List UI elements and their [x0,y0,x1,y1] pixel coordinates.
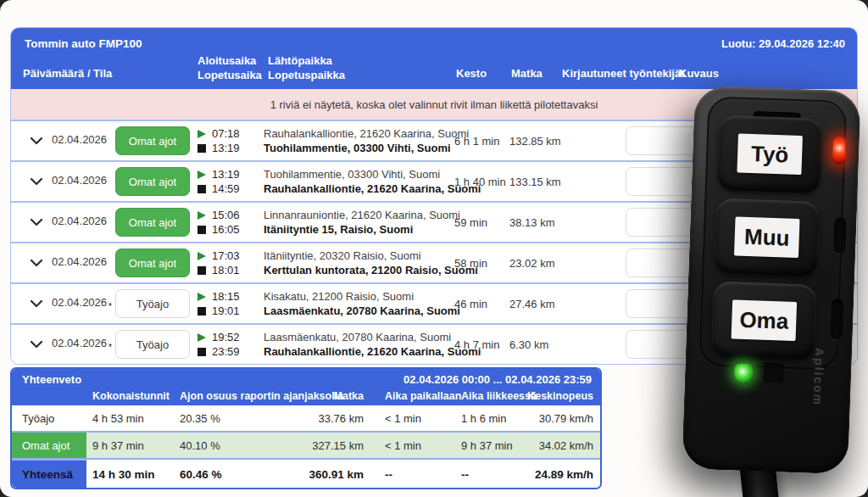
trip-duration: 59 min [454,216,487,229]
trip-start-icon [198,170,206,179]
column-header-date: Päivämäärä / Tila [23,67,112,80]
summary-row-label: Työajo [12,405,86,431]
trip-end-place: Tuohilammentie, 03300 Vihti, Suomi [264,141,469,155]
summary-avg-speed: 34.02 km/h [517,439,593,452]
trip-times: 17:03 18:01 [198,248,240,277]
summary-total-hours: 9 h 37 min [92,439,144,452]
trip-start-time: 17:03 [212,248,240,263]
expand-chevron-icon[interactable] [30,299,43,308]
trip-times: 13:19 14:59 [198,167,240,196]
date-footnote-mark: * [108,343,112,352]
trip-start-place: Laasmäenkatu, 20780 Kaarina, Suomi [264,330,481,344]
trip-end-time: 18:01 [212,263,240,277]
trip-date: 02.04.2026 [52,174,108,189]
expand-chevron-icon[interactable] [30,137,43,145]
column-header-places: Lähtöpaikka Lopetuspaikka [268,53,345,82]
trip-status-button[interactable]: Omat ajot [115,167,190,196]
summary-column-total-hours: Kokonaistunnit [92,390,170,402]
summary-rows: Työajo 4 h 53 min 20.35 % 33.76 km < 1 m… [12,405,600,488]
trip-date: 02.04.2026 [52,255,108,271]
summary-drive-share: 60.46 % [180,467,222,480]
summary-card: Yhteenveto 02.04.2026 00:00 ... 02.04.20… [10,367,602,489]
trip-report-header: Tommin auto FMP100 Luotu: 29.04.2026 12:… [11,28,857,89]
trip-start-place: Kisakatu, 21200 Raisio, Suomi [264,289,460,304]
device-sensor-window [764,363,784,383]
trip-duration: 4 h 7 min [454,338,499,351]
trip-status-button[interactable]: Työajo [115,330,190,359]
trip-start-place: Tuohilammentie, 03300 Vihti, Suomi [264,167,481,181]
summary-column-idle-time: Aika paikallaan [385,390,461,402]
device-button-other-label: Muu [734,216,800,258]
trip-start-icon [198,130,206,138]
device-button-work: Työ [717,115,823,193]
trip-distance: 133.15 km [509,176,561,188]
column-header-times: Aloitusaika Lopetusaika [198,53,262,82]
column-header-description: Kuvaus [679,67,719,80]
trip-status-button[interactable]: Työajo [115,289,190,318]
screenshot-canvas: Tommin auto FMP100 Luotu: 29.04.2026 12:… [0,0,868,497]
trip-status-button[interactable]: Omat ajot [115,208,190,237]
trip-stop-icon [198,307,206,316]
trip-end-time: 13:19 [212,141,240,155]
summary-idle-time: < 1 min [385,439,421,452]
trip-places: Rauhalankalliontie, 21620 Kaarina, Suomi… [264,126,469,155]
trip-duration: 6 h 1 min [454,135,499,148]
report-title: Tommin auto FMP100 [25,37,142,50]
summary-avg-speed: 30.79 km/h [517,412,593,425]
summary-date-range: 02.04.2026 00:00 ... 02.04.2026 23:59 [403,373,592,386]
trip-end-time: 14:59 [212,181,240,196]
trip-end-place: Rauhalankalliontie, 21620 Kaarina, Suomi [264,181,481,196]
column-header-workers: Kirjautuneet työntekijät [562,67,684,80]
trip-distance: 23.02 km [509,257,554,270]
trip-stop-icon [198,185,206,193]
trip-places: Tuohilammentie, 03300 Vihti, Suomi Rauha… [264,167,481,196]
summary-header: Yhteenveto 02.04.2026 00:00 ... 02.04.20… [12,369,600,405]
expand-chevron-icon[interactable] [30,259,43,267]
summary-distance: 33.76 km [287,412,364,425]
summary-avg-speed: 24.89 km/h [517,467,593,480]
expand-chevron-icon[interactable] [30,177,43,186]
trip-stop-icon [198,144,206,153]
summary-idle-time: < 1 min [385,412,421,425]
expand-chevron-icon[interactable] [30,218,43,226]
trip-duration: 58 min [454,257,487,270]
trip-start-time: 18:15 [212,289,240,304]
trip-end-place: Laasmäenkatu, 20780 Kaarina, Suomi [264,304,460,318]
column-header-distance: Matka [511,67,542,80]
green-led-indicator [734,364,754,383]
trip-stop-icon [198,226,206,234]
trip-duration: 46 min [454,298,487,310]
summary-total-hours: 14 h 30 min [92,467,155,480]
expand-chevron-icon[interactable] [30,340,43,349]
summary-row: Työajo 4 h 53 min 20.35 % 33.76 km < 1 m… [12,405,600,431]
summary-title: Yhteenveto [22,373,81,386]
device-side-slot-1 [833,218,846,254]
trip-status-button[interactable]: Omat ajot [115,126,190,155]
trip-start-icon [198,211,206,220]
trip-distance: 132.85 km [509,135,561,148]
trip-places: Kisakatu, 21200 Raisio, Suomi Laasmäenka… [264,289,460,318]
summary-row-label: Yhteensä [12,460,86,488]
device-side-slot-2 [831,299,844,340]
trip-duration: 1 h 40 min [454,176,506,188]
trip-start-time: 15:06 [212,208,240,222]
trip-status-button[interactable]: Omat ajot [115,248,190,277]
summary-drive-share: 20.35 % [180,412,220,425]
device-face: Työ Muu Oma [698,96,847,371]
device-button-other: Muu [714,198,820,276]
trip-date: 02.04.2026* [52,337,112,352]
summary-row: Omat ajot 9 h 37 min 40.10 % 327.15 km <… [12,431,600,458]
trip-places: Linnanrauniontie, 21620 Kaarina, Suomi I… [264,208,460,237]
summary-moving-time: 9 h 37 min [461,439,513,452]
trip-start-time: 19:52 [212,330,240,344]
device-button-own: Oma [711,282,817,360]
summary-distance: 327.15 km [287,439,364,452]
device-brand-label: Aplicom [810,348,826,429]
summary-total-hours: 4 h 53 min [92,412,144,425]
trip-stop-icon [198,348,206,356]
trip-times: 07:18 13:19 [198,126,240,155]
trip-start-time: 13:19 [212,167,240,181]
trip-times: 18:15 19:01 [198,289,240,318]
trip-end-place: Itäniityntie 15, Raisio, Suomi [264,222,460,237]
trip-date: 02.04.2026* [52,296,112,311]
